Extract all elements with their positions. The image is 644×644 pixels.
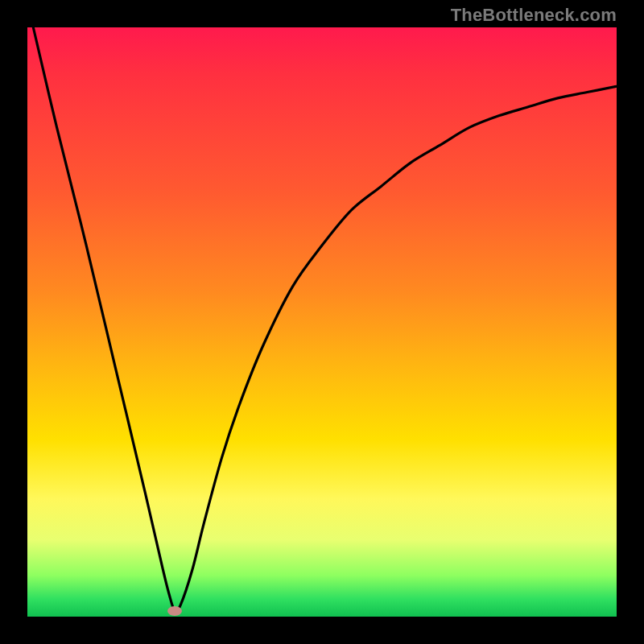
curve-layer: [27, 27, 617, 617]
curve-path: [33, 27, 617, 612]
watermark-text: TheBottleneck.com: [451, 5, 617, 26]
chart-outer: TheBottleneck.com: [0, 0, 644, 644]
minimum-marker: [167, 606, 182, 616]
plot-area: [27, 27, 617, 617]
